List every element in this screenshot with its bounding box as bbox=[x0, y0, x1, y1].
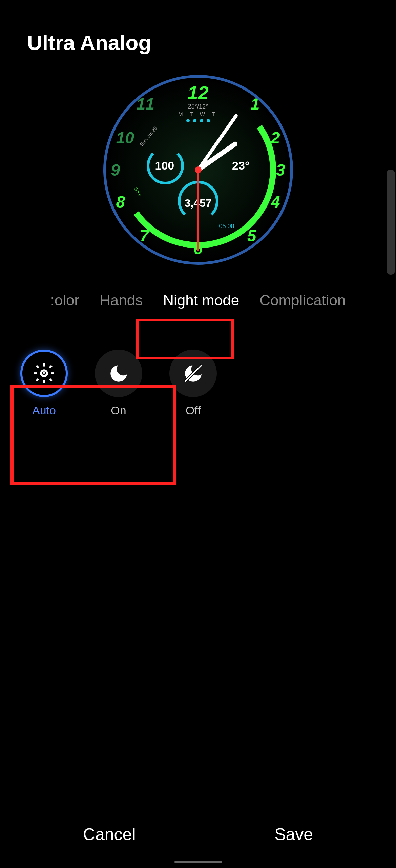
tab-bar: :olor Hands Night mode Complication bbox=[0, 272, 396, 322]
weekdays-complication: M T W T bbox=[178, 112, 217, 118]
hour-8: 8 bbox=[116, 193, 125, 211]
second-hand bbox=[197, 170, 199, 251]
weather-complication: 25°/12° bbox=[188, 103, 208, 110]
sunset-complication: 05:00 bbox=[219, 223, 234, 230]
hour-10: 10 bbox=[116, 129, 134, 147]
tab-color[interactable]: :olor bbox=[50, 292, 79, 309]
home-indicator[interactable] bbox=[174, 861, 222, 863]
annotation-highlight-tab bbox=[136, 319, 234, 359]
save-button[interactable]: Save bbox=[274, 825, 313, 844]
hour-5: 5 bbox=[247, 226, 256, 245]
battery-value: 100 bbox=[155, 159, 174, 172]
svg-line-9 bbox=[50, 366, 52, 368]
hour-12: 12 bbox=[187, 82, 208, 104]
tab-hands[interactable]: Hands bbox=[100, 292, 143, 309]
tab-complication[interactable]: Complication bbox=[259, 292, 346, 309]
watch-center-pin bbox=[195, 166, 202, 173]
svg-line-5 bbox=[50, 379, 52, 381]
scrollbar[interactable] bbox=[387, 170, 395, 275]
hour-9: 9 bbox=[111, 161, 120, 179]
svg-line-8 bbox=[36, 379, 38, 381]
svg-line-4 bbox=[36, 366, 38, 368]
hour-11: 11 bbox=[137, 95, 154, 113]
svg-text:A: A bbox=[41, 370, 47, 379]
cancel-button[interactable]: Cancel bbox=[83, 825, 136, 844]
hour-3: 3 bbox=[276, 161, 285, 179]
annotation-highlight-options bbox=[10, 385, 176, 485]
page-title: Ultra Analog bbox=[27, 31, 369, 55]
watch-preview: 12 1 2 3 4 5 6 7 8 9 10 11 25°/12° M T W… bbox=[0, 68, 396, 272]
watch-bezel: 12 1 2 3 4 5 6 7 8 9 10 11 25°/12° M T W… bbox=[103, 75, 293, 265]
watch-face[interactable]: 12 1 2 3 4 5 6 7 8 9 10 11 25°/12° M T W… bbox=[103, 75, 293, 265]
option-off-label: Off bbox=[186, 404, 201, 417]
header: Ultra Analog bbox=[0, 0, 396, 68]
temperature-complication: 23° bbox=[232, 159, 249, 172]
option-off[interactable]: Off bbox=[169, 350, 217, 417]
bottom-bar: Cancel Save bbox=[0, 808, 396, 868]
moon-phase-complication bbox=[186, 119, 210, 122]
hour-1: 1 bbox=[251, 95, 260, 113]
hour-4: 4 bbox=[271, 193, 280, 211]
hour-2: 2 bbox=[271, 129, 280, 147]
tab-night-mode[interactable]: Night mode bbox=[163, 292, 239, 309]
hour-7: 7 bbox=[140, 226, 149, 245]
